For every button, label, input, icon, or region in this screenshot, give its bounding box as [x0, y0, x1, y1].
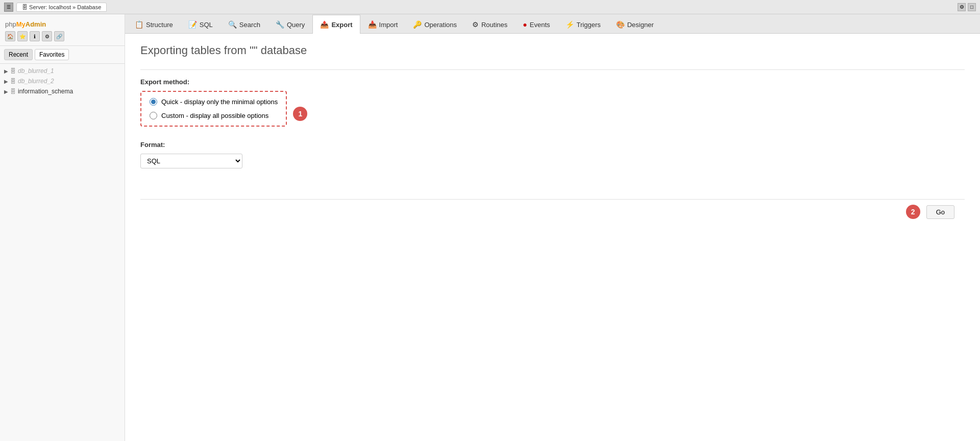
expand-icon-3: ▶ — [4, 89, 8, 94]
browser-menu-btn[interactable]: ☰ — [4, 3, 13, 12]
browser-tab-active[interactable]: 🗄 Server: localhost » Database — [16, 3, 107, 12]
annotation-badge-1: 1 — [293, 107, 307, 121]
quick-label: Quick - display only the minimal options — [161, 98, 278, 106]
db-icon-1: 🗄 — [10, 68, 16, 74]
structure-icon: 📋 — [135, 20, 143, 29]
go-button[interactable]: Go — [926, 205, 954, 219]
sidebar-nav: Recent Favorites — [0, 46, 125, 64]
favorites-btn[interactable]: Favorites — [35, 49, 69, 60]
main-tab-bar: 📋 Structure 📝 SQL 🔍 Search 🔧 Query 📤 Exp… — [125, 14, 980, 34]
db-item-information-schema[interactable]: ▶ 🗄 information_schema — [0, 86, 125, 96]
logo-area: phpMyAdmin 🏠 ⭐ ℹ ⚙ 🔗 — [0, 14, 125, 46]
browser-tab-bar: 🗄 Server: localhost » Database — [16, 3, 107, 12]
star-icon[interactable]: ⭐ — [17, 31, 28, 41]
logo-icons: 🏠 ⭐ ℹ ⚙ 🔗 — [5, 31, 119, 41]
home-icon[interactable]: 🏠 — [5, 31, 15, 41]
tab-triggers[interactable]: ⚡ Triggers — [558, 15, 608, 34]
quick-option[interactable]: Quick - display only the minimal options — [150, 98, 278, 106]
query-icon: 🔧 — [276, 20, 284, 29]
page-content: Exporting tables from "" database Export… — [125, 34, 980, 234]
title-divider — [140, 69, 965, 70]
tab-operations[interactable]: 🔑 Operations — [405, 15, 464, 34]
sidebar: phpMyAdmin 🏠 ⭐ ℹ ⚙ 🔗 Recent Favorites ▶ … — [0, 14, 125, 441]
tab-triggers-label: Triggers — [577, 21, 601, 29]
export-method-label: Export method: — [140, 78, 965, 86]
title-prefix: Exporting tables from " — [140, 44, 254, 57]
db-item-1[interactable]: ▶ 🗄 db_blurred_1 — [0, 66, 125, 76]
restore-btn[interactable]: □ — [968, 3, 976, 11]
db-icon-2: 🗄 — [10, 78, 16, 84]
database-list: ▶ 🗄 db_blurred_1 ▶ 🗄 db_blurred_2 ▶ 🗄 in… — [0, 64, 125, 99]
tab-sql-label: SQL — [200, 21, 213, 29]
import-icon: 📥 — [368, 20, 377, 29]
custom-label: Custom - display all possible options — [161, 112, 268, 119]
logo-admin: Admin — [26, 20, 46, 28]
db-name-3: information_schema — [18, 88, 73, 95]
logo-my: My — [16, 20, 26, 28]
db-name-2: db_blurred_2 — [18, 78, 54, 85]
tab-import[interactable]: 📥 Import — [360, 15, 406, 34]
search-tab-icon: 🔍 — [228, 20, 237, 29]
window-controls: ⚙ □ — [958, 3, 976, 11]
link-icon[interactable]: 🔗 — [54, 31, 64, 41]
tab-query[interactable]: 🔧 Query — [268, 15, 312, 34]
expand-icon-2: ▶ — [4, 79, 8, 84]
tab-designer[interactable]: 🎨 Designer — [608, 15, 662, 34]
sql-icon: 📝 — [188, 20, 197, 29]
db-icon-3: 🗄 — [10, 88, 16, 94]
export-icon: 📤 — [320, 20, 329, 29]
tab-query-label: Query — [287, 21, 305, 29]
logo: phpMyAdmin — [5, 20, 119, 28]
tab-search-label: Search — [239, 21, 260, 29]
db-item-2[interactable]: ▶ 🗄 db_blurred_2 — [0, 76, 125, 86]
quick-radio[interactable] — [150, 98, 157, 106]
tab-import-label: Import — [379, 21, 398, 29]
format-section: Format: SQL CSV JSON XML ODS PDF — [140, 141, 965, 168]
tab-operations-label: Operations — [424, 21, 457, 29]
logo-php: php — [5, 20, 16, 28]
export-method-wrapper: Quick - display only the minimal options… — [140, 91, 287, 137]
tab-events[interactable]: ● Events — [515, 15, 557, 34]
custom-option[interactable]: Custom - display all possible options — [150, 112, 278, 119]
main-area: 📋 Structure 📝 SQL 🔍 Search 🔧 Query 📤 Exp… — [125, 14, 980, 441]
info-icon[interactable]: ℹ — [30, 31, 40, 41]
settings-btn[interactable]: ⚙ — [958, 3, 966, 11]
action-bar: 2 Go — [140, 199, 965, 224]
db-name-1: db_blurred_1 — [18, 67, 54, 75]
events-icon: ● — [523, 20, 527, 29]
tab-export-label: Export — [331, 21, 352, 29]
export-method-box: Quick - display only the minimal options… — [140, 91, 287, 127]
tab-routines-label: Routines — [481, 21, 507, 29]
tab-structure-label: Structure — [146, 21, 173, 29]
tab-search[interactable]: 🔍 Search — [220, 15, 268, 34]
annotation-badge-2: 2 — [906, 205, 920, 219]
expand-icon-1: ▶ — [4, 68, 8, 74]
tab-events-label: Events — [530, 21, 550, 29]
designer-icon: 🎨 — [616, 20, 625, 29]
format-select[interactable]: SQL CSV JSON XML ODS PDF — [140, 154, 242, 168]
tab-routines[interactable]: ⚙ Routines — [464, 15, 515, 34]
recent-btn[interactable]: Recent — [4, 49, 33, 60]
tab-sql[interactable]: 📝 SQL — [181, 15, 220, 34]
browser-chrome: ☰ 🗄 Server: localhost » Database ⚙ □ — [0, 0, 980, 14]
operations-icon: 🔑 — [413, 20, 422, 29]
settings-icon[interactable]: ⚙ — [42, 31, 52, 41]
triggers-icon: ⚡ — [566, 20, 574, 29]
title-suffix: " database — [254, 44, 307, 57]
custom-radio[interactable] — [150, 112, 157, 119]
tab-designer-label: Designer — [627, 21, 654, 29]
content-area: Exporting tables from "" database Export… — [125, 34, 980, 441]
tab-export[interactable]: 📤 Export — [312, 15, 360, 34]
format-label: Format: — [140, 141, 965, 149]
routines-icon: ⚙ — [472, 20, 479, 29]
page-title: Exporting tables from "" database — [140, 44, 965, 57]
tab-structure[interactable]: 📋 Structure — [127, 15, 181, 34]
